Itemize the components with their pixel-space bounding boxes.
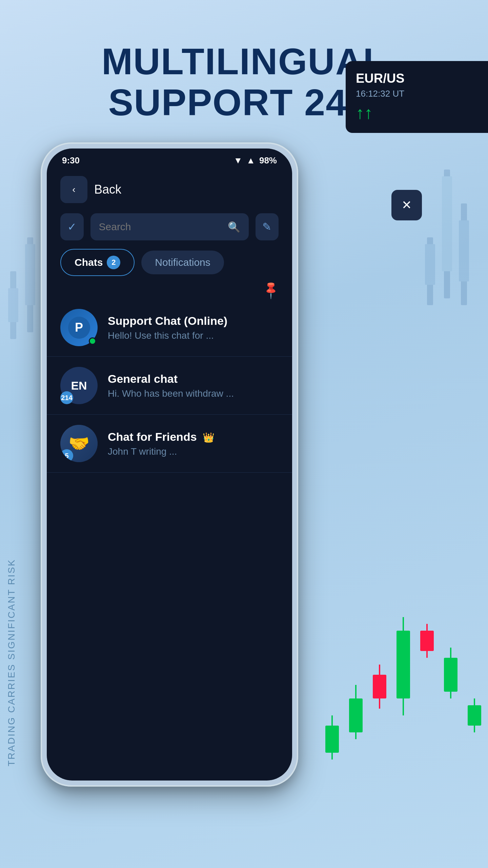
svg-rect-21 [420, 631, 434, 651]
chat-item-friends[interactable]: 🤝 5 Chat for Friends 👑 John T writing ..… [47, 415, 292, 473]
close-button[interactable]: ✕ [391, 190, 422, 220]
wifi-icon: ▼ [233, 155, 242, 166]
close-icon: ✕ [402, 198, 412, 212]
support-logo: P [68, 317, 90, 339]
checkbox-icon: ✓ [67, 220, 77, 233]
status-icons: ▼ ▲ 98% [233, 155, 277, 166]
svg-rect-15 [349, 698, 363, 732]
chat-item-support[interactable]: P Support Chat (Online) Hello! Use this … [47, 299, 292, 357]
search-icon: 🔍 [228, 221, 240, 233]
svg-rect-13 [325, 726, 339, 753]
avatar-friends: 🤝 5 [60, 425, 98, 462]
phone-device: 9:30 ▼ ▲ 98% ‹ Back ✓ [41, 142, 298, 787]
chats-badge: 2 [107, 256, 120, 269]
header: ‹ Back [47, 169, 292, 210]
chart-area [312, 597, 488, 800]
chat-info-support: Support Chat (Online) Hello! Use this ch… [108, 314, 279, 341]
time: 9:30 [62, 155, 80, 166]
chat-preview-friends: John T writing ... [108, 446, 279, 457]
chat-name-friends: Chat for Friends 👑 [108, 430, 279, 443]
chat-preview-general: Hi. Who has been withdraw ... [108, 388, 279, 399]
svg-rect-11 [425, 244, 435, 285]
avatar-en-text: EN [71, 379, 87, 392]
signal-icon: ▲ [246, 155, 255, 166]
pin-row: 📌 [47, 281, 292, 299]
tabs-row: Chats 2 Notifications [47, 244, 292, 281]
search-input-wrapper[interactable]: 🔍 [90, 213, 249, 240]
crown-icon: 👑 [203, 432, 215, 443]
svg-rect-3 [25, 244, 35, 305]
back-arrow-icon: ‹ [72, 184, 75, 195]
select-button[interactable]: ✓ [60, 213, 84, 240]
chat-preview-support: Hello! Use this chat for ... [108, 330, 279, 341]
svg-rect-1 [8, 288, 18, 322]
phone-screen: 9:30 ▼ ▲ 98% ‹ Back ✓ [47, 149, 292, 781]
chat-info-friends: Chat for Friends 👑 John T writing ... [108, 430, 279, 457]
general-badge: 214 [60, 391, 73, 404]
search-row: ✓ 🔍 ✎ [47, 210, 292, 244]
svg-rect-17 [373, 675, 386, 698]
avatar-general: EN 214 [60, 367, 98, 404]
tab-chats[interactable]: Chats 2 [60, 249, 135, 276]
battery-icon: 98% [259, 155, 277, 166]
side-text: TRADING CARRIES SIGNIFICANT RISK [6, 559, 17, 766]
back-label: Back [94, 182, 121, 197]
pin-icon: 📌 [261, 279, 282, 300]
svg-rect-23 [444, 658, 458, 692]
tab-notifications[interactable]: Notifications [141, 251, 224, 274]
svg-rect-9 [442, 176, 452, 271]
back-button[interactable]: ‹ [60, 176, 87, 203]
phone-frame: 9:30 ▼ ▲ 98% ‹ Back ✓ [41, 142, 298, 787]
online-indicator [89, 337, 96, 345]
status-bar: 9:30 ▼ ▲ 98% [47, 149, 292, 169]
up-arrows: ↑↑ [356, 103, 478, 123]
chat-info-general: General chat Hi. Who has been withdraw .… [108, 372, 279, 399]
search-input[interactable] [99, 221, 228, 233]
chats-tab-label: Chats [75, 257, 103, 268]
pair-time: 16:12:32 UT [356, 88, 478, 99]
pair-name: EUR/US [356, 71, 478, 86]
compose-button[interactable]: ✎ [256, 213, 279, 240]
svg-rect-19 [396, 631, 410, 698]
notifications-tab-label: Notifications [155, 257, 210, 268]
chat-item-general[interactable]: EN 214 General chat Hi. Who has been wit… [47, 357, 292, 415]
chat-name-general: General chat [108, 372, 279, 386]
friends-badge: 5 [60, 449, 73, 462]
chat-name-support: Support Chat (Online) [108, 314, 279, 328]
trading-panel: EUR/US 16:12:32 UT ↑↑ [346, 61, 488, 133]
svg-rect-7 [459, 220, 469, 281]
svg-rect-25 [468, 705, 481, 726]
compose-icon: ✎ [262, 220, 271, 233]
avatar-support: P [60, 309, 98, 346]
